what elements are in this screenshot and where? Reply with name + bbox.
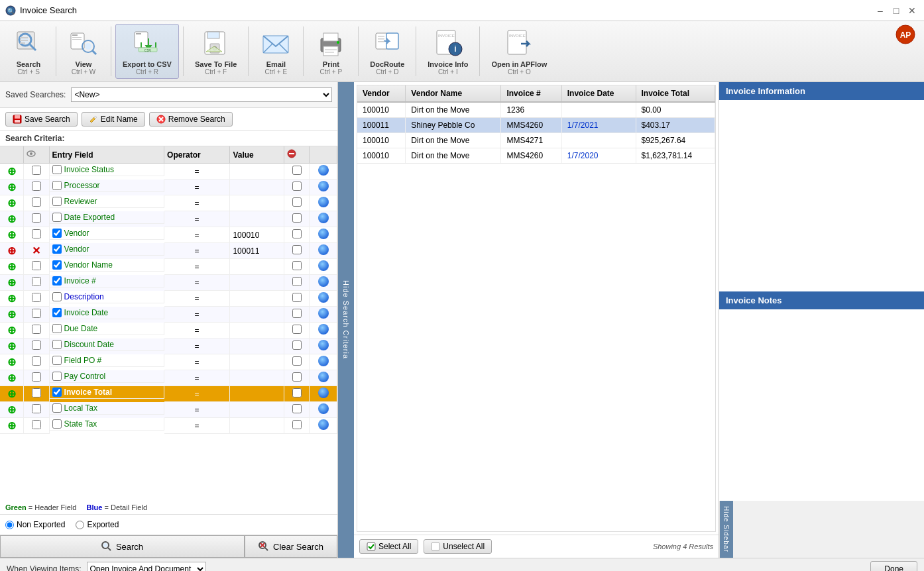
- criteria-out-checkbox[interactable]: [292, 356, 302, 366]
- criteria-field-checkbox[interactable]: [52, 213, 62, 222]
- criteria-vis-checkbox[interactable]: [32, 325, 41, 334]
- criteria-add-btn[interactable]: ⊕: [7, 404, 16, 415]
- criteria-field-checkbox[interactable]: [52, 356, 62, 365]
- results-row[interactable]: 100011Shiney Pebble CoMMS42601/7/2021$40…: [357, 118, 715, 133]
- criteria-blue-btn[interactable]: [318, 213, 329, 223]
- col-invoice-num[interactable]: Invoice #: [501, 85, 561, 102]
- criteria-blue-btn[interactable]: [318, 340, 329, 350]
- results-table-wrapper[interactable]: Vendor Vendor Name Invoice # Invoice Dat…: [357, 85, 716, 532]
- criteria-field-checkbox[interactable]: [52, 181, 62, 190]
- non-exported-radio-label[interactable]: Non Exported: [5, 520, 65, 529]
- criteria-field-checkbox[interactable]: [52, 197, 62, 206]
- criteria-out-checkbox[interactable]: [292, 293, 302, 302]
- criteria-vis-checkbox[interactable]: [32, 372, 41, 382]
- criteria-out-checkbox[interactable]: [292, 340, 302, 350]
- criteria-out-checkbox[interactable]: [292, 388, 302, 397]
- results-row[interactable]: 100010Dirt on the MoveMMS4271$925,267.64: [357, 133, 715, 148]
- criteria-field-checkbox[interactable]: [52, 276, 62, 286]
- results-row[interactable]: 100010Dirt on the MoveMMS42601/7/2020$1,…: [357, 148, 715, 164]
- criteria-blue-btn[interactable]: [318, 244, 329, 255]
- toolbar-export-csv[interactable]: CSV Export to CSV Ctrl + R: [115, 24, 179, 79]
- criteria-field-checkbox[interactable]: [52, 165, 62, 174]
- criteria-field-checkbox[interactable]: [52, 244, 62, 254]
- toolbar-save-file[interactable]: Save To File Ctrl + F: [188, 24, 244, 79]
- search-button[interactable]: Search: [0, 535, 245, 558]
- criteria-add-btn[interactable]: ⊕: [7, 229, 16, 240]
- criteria-blue-btn[interactable]: [318, 388, 329, 398]
- criteria-out-checkbox[interactable]: [292, 166, 302, 175]
- exported-radio[interactable]: [76, 521, 84, 529]
- close-button[interactable]: ✕: [905, 4, 919, 17]
- criteria-vis-checkbox[interactable]: [32, 356, 41, 366]
- clear-search-button[interactable]: Clear Search: [245, 535, 337, 558]
- viewing-items-select[interactable]: Open Invoice And Document Open Invoice O…: [87, 562, 206, 572]
- criteria-add-btn[interactable]: ⊕: [7, 166, 16, 177]
- criteria-blue-btn[interactable]: [318, 372, 329, 382]
- criteria-field-checkbox[interactable]: [52, 403, 62, 413]
- hide-sidebar-tab[interactable]: Hide Sidebar: [720, 501, 733, 558]
- criteria-vis-checkbox[interactable]: [32, 197, 41, 207]
- criteria-add-btn[interactable]: ⊕: [7, 197, 16, 209]
- criteria-field-checkbox[interactable]: [52, 372, 62, 381]
- criteria-vis-checkbox[interactable]: [32, 261, 41, 270]
- criteria-blue-btn[interactable]: [318, 292, 329, 303]
- toolbar-email[interactable]: Email Ctrl + E: [253, 24, 299, 79]
- criteria-field-checkbox[interactable]: [52, 419, 62, 429]
- criteria-blue-btn[interactable]: [318, 197, 329, 207]
- criteria-blue-btn[interactable]: [318, 324, 329, 335]
- toolbar-apflow[interactable]: INVOICE Open in APFlow Ctrl + O: [484, 24, 554, 79]
- toolbar-print[interactable]: Print Ctrl + P: [308, 24, 354, 79]
- criteria-out-checkbox[interactable]: [292, 261, 302, 270]
- criteria-add-btn[interactable]: ⊕: [7, 309, 16, 320]
- criteria-blue-btn[interactable]: [318, 276, 329, 287]
- criteria-blue-btn[interactable]: [318, 260, 329, 271]
- toolbar-invoice-info[interactable]: INVOICE i Invoice Info Ctrl + I: [420, 24, 475, 79]
- criteria-out-checkbox[interactable]: [292, 372, 302, 382]
- criteria-remove-btn[interactable]: ⊕: [7, 245, 16, 256]
- exported-radio-label[interactable]: Exported: [76, 520, 119, 529]
- col-invoice-date[interactable]: Invoice Date: [561, 85, 636, 102]
- edit-name-button[interactable]: Edit Name: [82, 112, 145, 127]
- save-search-button[interactable]: Save Search: [5, 112, 78, 127]
- criteria-add-btn[interactable]: ⊕: [7, 261, 16, 272]
- criteria-blue-btn[interactable]: [318, 229, 329, 239]
- remove-search-button[interactable]: Remove Search: [149, 112, 233, 127]
- maximize-button[interactable]: □: [890, 4, 903, 17]
- criteria-add-btn[interactable]: ⊕: [7, 293, 16, 304]
- criteria-field-checkbox[interactable]: [52, 388, 62, 397]
- criteria-blue-btn[interactable]: [318, 356, 329, 366]
- criteria-vis-checkbox[interactable]: [32, 277, 41, 286]
- criteria-out-checkbox[interactable]: [292, 309, 302, 318]
- criteria-add-btn[interactable]: ⊕: [7, 325, 16, 336]
- toolbar-docroute[interactable]: DocRoute Ctrl + D: [363, 24, 412, 79]
- criteria-out-checkbox[interactable]: [292, 245, 302, 254]
- criteria-add-btn[interactable]: ⊕: [7, 213, 16, 225]
- criteria-out-checkbox[interactable]: [292, 229, 302, 238]
- criteria-vis-checkbox[interactable]: [32, 420, 41, 429]
- criteria-out-checkbox[interactable]: [292, 277, 302, 286]
- criteria-vis-checkbox[interactable]: [32, 293, 41, 302]
- select-all-button[interactable]: Select All: [359, 539, 418, 554]
- criteria-out-checkbox[interactable]: [292, 420, 302, 429]
- criteria-field-checkbox[interactable]: [52, 229, 62, 238]
- criteria-blue-btn[interactable]: [318, 403, 329, 414]
- done-button[interactable]: Done: [870, 561, 917, 572]
- criteria-add-btn[interactable]: ⊕: [7, 340, 16, 352]
- toolbar-view[interactable]: View Ctrl + W: [60, 24, 107, 79]
- criteria-blue-btn[interactable]: [318, 181, 329, 191]
- criteria-field-checkbox[interactable]: [52, 260, 62, 270]
- criteria-field-checkbox[interactable]: [52, 324, 62, 333]
- criteria-vis-checkbox[interactable]: [32, 340, 41, 350]
- criteria-add-btn[interactable]: ⊕: [7, 420, 16, 431]
- criteria-add-btn[interactable]: ⊕: [7, 388, 16, 399]
- criteria-field-checkbox[interactable]: [52, 292, 62, 301]
- criteria-vis-checkbox[interactable]: [32, 182, 41, 191]
- criteria-out-checkbox[interactable]: [292, 213, 302, 223]
- criteria-vis-checkbox[interactable]: [32, 404, 41, 413]
- criteria-vis-checkbox[interactable]: [32, 166, 41, 175]
- non-exported-radio[interactable]: [5, 521, 14, 529]
- criteria-out-checkbox[interactable]: [292, 182, 302, 191]
- criteria-vis-checkbox[interactable]: [32, 213, 41, 223]
- criteria-blue-btn[interactable]: [318, 165, 329, 176]
- criteria-add-btn[interactable]: ⊕: [7, 277, 16, 288]
